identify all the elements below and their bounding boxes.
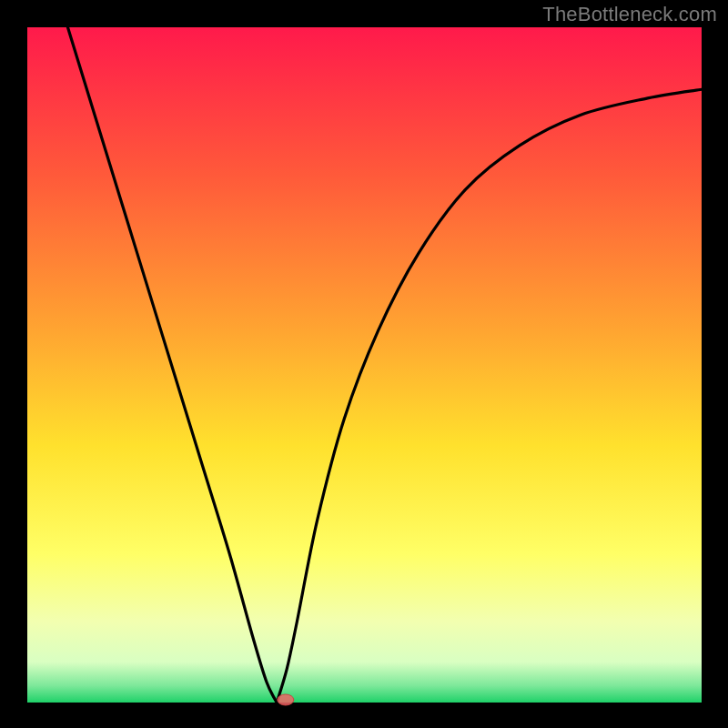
attribution-label: TheBottleneck.com	[542, 3, 717, 26]
min-marker	[278, 694, 294, 705]
bottleneck-chart: TheBottleneck.com	[0, 0, 728, 728]
chart-svg	[0, 0, 728, 728]
